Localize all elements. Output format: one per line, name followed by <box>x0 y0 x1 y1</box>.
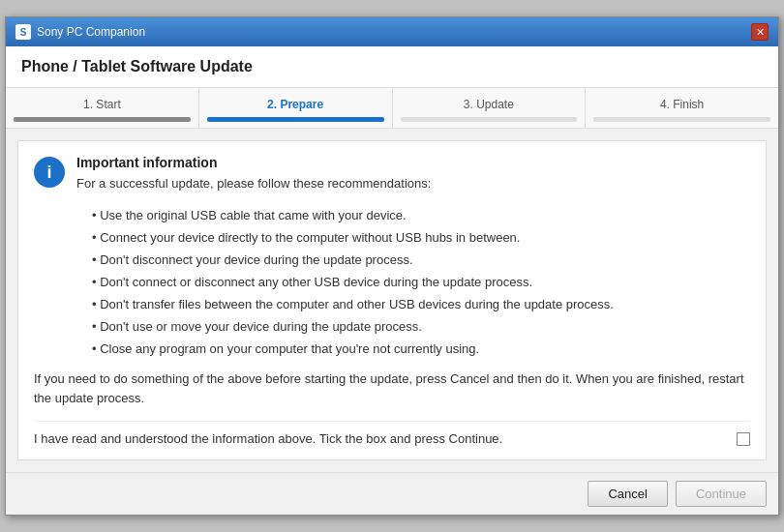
list-item: Don't connect or disconnect any other US… <box>92 271 750 293</box>
step-3-label: 3. Update <box>464 98 514 111</box>
step-4: 4. Finish <box>586 88 778 128</box>
step-2-label: 2. Prepare <box>267 98 323 111</box>
steps-bar: 1. Start 2. Prepare 3. Update 4. Finish <box>6 88 778 129</box>
list-item: Don't transfer files between the compute… <box>92 293 750 315</box>
page-title: Phone / Tablet Software Update <box>21 58 253 74</box>
list-item: Close any program on your computer that … <box>92 338 750 360</box>
step-1-progress <box>14 117 191 122</box>
info-subtitle: For a successful update, please follow t… <box>76 176 431 191</box>
agreement-checkbox[interactable] <box>737 432 750 446</box>
continue-button[interactable]: Continue <box>676 481 767 507</box>
step-2: 2. Prepare <box>199 88 393 128</box>
step-4-label: 4. Finish <box>660 98 704 111</box>
checkbox-label: I have read and understood the informati… <box>34 431 502 446</box>
app-icon: S <box>15 24 31 40</box>
info-header: i Important information For a successful… <box>34 155 750 191</box>
close-button[interactable]: ✕ <box>751 23 769 41</box>
list-item: Don't use or move your device during the… <box>92 315 750 338</box>
checkbox-row: I have read and understood the informati… <box>34 421 750 446</box>
main-window: S Sony PC Companion ✕ Phone / Tablet Sof… <box>5 16 779 516</box>
info-title: Important information <box>76 155 431 170</box>
list-item: Don't disconnect your device during the … <box>92 249 750 271</box>
list-item: Connect your device directly to the comp… <box>92 226 750 249</box>
info-header-text: Important information For a successful u… <box>76 155 431 191</box>
cancel-button[interactable]: Cancel <box>588 481 667 507</box>
step-2-progress <box>207 117 384 122</box>
step-1-label: 1. Start <box>83 98 121 111</box>
note-text: If you need to do something of the above… <box>34 369 750 407</box>
app-title: Sony PC Companion <box>37 25 145 39</box>
bullet-list: Use the original USB cable that came wit… <box>76 204 750 360</box>
title-bar: S Sony PC Companion ✕ <box>6 17 778 46</box>
info-icon: i <box>34 157 65 188</box>
title-bar-left: S Sony PC Companion <box>15 24 145 40</box>
step-4-progress <box>593 117 770 122</box>
list-item: Use the original USB cable that came wit… <box>92 204 750 226</box>
step-1: 1. Start <box>6 88 199 128</box>
footer: Cancel Continue <box>6 472 778 515</box>
step-3: 3. Update <box>393 88 587 128</box>
page-header: Phone / Tablet Software Update <box>6 46 778 88</box>
step-3-progress <box>401 117 578 122</box>
content-area: i Important information For a successful… <box>17 140 767 460</box>
